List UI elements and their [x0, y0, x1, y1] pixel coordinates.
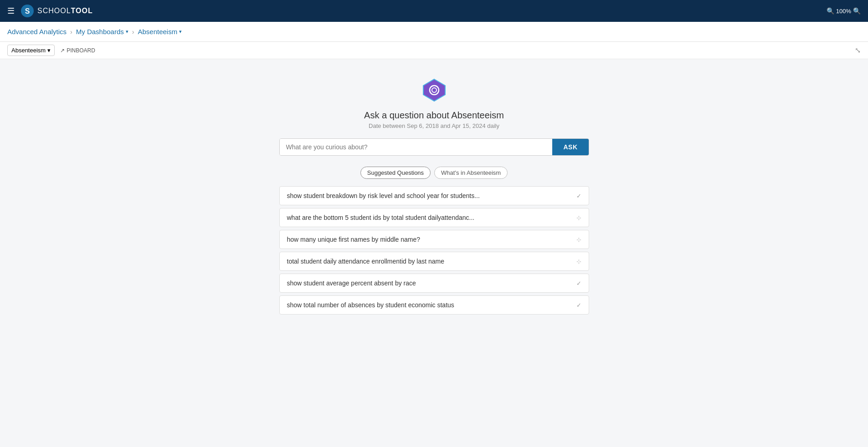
suggestion-text-0: show student breakdown by risk level and…	[287, 192, 480, 199]
absenteeism-select-label: Absenteeism	[11, 47, 46, 54]
absenteeism-select[interactable]: Absenteeism ▾	[7, 45, 55, 56]
pinboard-icon: ↗	[60, 47, 65, 54]
suggestion-text-5: show total number of absences by student…	[287, 301, 454, 309]
suggestion-item-4[interactable]: show student average percent absent by r…	[279, 274, 589, 293]
check-icon-4: ✓	[576, 280, 581, 287]
pinboard-button[interactable]: ↗ PINBOARD	[60, 47, 95, 54]
logo-icon: S	[20, 4, 35, 18]
suggestion-text-1: what are the bottom 5 student ids by tot…	[287, 214, 475, 221]
absenteeism-dropdown-arrow: ▾	[179, 29, 182, 35]
ask-logo-icon	[421, 77, 447, 103]
breadcrumb-item-absenteeism[interactable]: Absenteeism ▾	[138, 28, 182, 36]
breadcrumb-item-my-dashboards[interactable]: My Dashboards ▾	[76, 28, 128, 36]
breadcrumb: Advanced Analytics › My Dashboards ▾ › A…	[0, 22, 868, 42]
my-dashboards-dropdown-arrow: ▾	[126, 29, 128, 35]
zoom-controls: 🔍 100% 🔍	[827, 7, 861, 15]
ask-button[interactable]: ASK	[552, 139, 588, 155]
check-icon-5: ✓	[576, 302, 581, 309]
breadcrumb-separator-2: ›	[132, 28, 134, 36]
zoom-out-icon[interactable]: 🔍	[827, 7, 834, 15]
toolbar: Absenteeism ▾ ↗ PINBOARD ⤡	[0, 42, 868, 59]
topbar: ☰ S SCHOOLTOOL 🔍 100% 🔍	[0, 0, 868, 22]
breadcrumb-separator-1: ›	[70, 28, 72, 36]
svg-text:S: S	[25, 7, 30, 15]
suggestion-text-3: total student daily attendance enrollmen…	[287, 258, 445, 265]
svg-marker-2	[423, 79, 445, 101]
logo: S SCHOOLTOOL	[20, 4, 93, 18]
suggestion-item-3[interactable]: total student daily attendance enrollmen…	[279, 252, 589, 271]
ask-input-row: ASK	[279, 138, 589, 156]
zoom-in-icon[interactable]: 🔍	[853, 7, 861, 15]
breadcrumb-item-advanced-analytics[interactable]: Advanced Analytics	[7, 28, 67, 36]
absenteeism-select-arrow: ▾	[47, 47, 51, 54]
tab-whats-in-absenteeism[interactable]: What's in Absenteeism	[434, 167, 508, 179]
pin-icon-2: ⊹	[576, 236, 581, 243]
ask-input[interactable]	[280, 139, 553, 155]
main-content: Ask a question about Absenteeism Date be…	[0, 59, 868, 447]
tabs-row: Suggested Questions What's in Absenteeis…	[360, 167, 508, 179]
suggestion-item-2[interactable]: how many unique first names by middle na…	[279, 230, 589, 249]
zoom-level: 100%	[836, 8, 851, 15]
pinboard-label: PINBOARD	[67, 47, 95, 54]
ask-panel: Ask a question about Absenteeism Date be…	[279, 77, 589, 315]
ask-subtitle: Date between Sep 6, 2018 and Apr 15, 202…	[369, 122, 499, 129]
suggestion-text-4: show student average percent absent by r…	[287, 279, 416, 287]
fullscreen-button[interactable]: ⤡	[855, 46, 861, 55]
suggestion-item-0[interactable]: show student breakdown by risk level and…	[279, 186, 589, 205]
pin-icon-3: ⊹	[576, 258, 581, 265]
check-icon-0: ✓	[576, 193, 581, 199]
suggestion-item-1[interactable]: what are the bottom 5 student ids by tot…	[279, 208, 589, 227]
tab-suggested-questions[interactable]: Suggested Questions	[360, 167, 431, 179]
suggestion-list: show student breakdown by risk level and…	[279, 186, 589, 315]
ask-title: Ask a question about Absenteeism	[364, 110, 504, 121]
suggestion-text-2: how many unique first names by middle na…	[287, 236, 421, 243]
pin-icon-1: ⊹	[576, 214, 581, 221]
hamburger-menu[interactable]: ☰	[7, 6, 15, 16]
suggestion-item-5[interactable]: show total number of absences by student…	[279, 295, 589, 315]
logo-text: SCHOOLTOOL	[37, 7, 93, 15]
